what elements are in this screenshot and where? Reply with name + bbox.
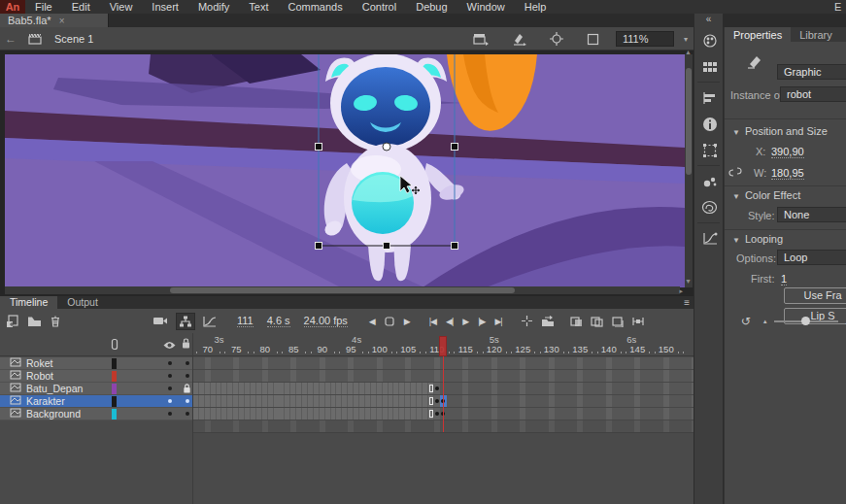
tab-timeline[interactable]: Timeline bbox=[0, 296, 57, 309]
menu-modify[interactable]: Modify bbox=[188, 0, 239, 14]
section-color-effect[interactable]: ▼Color Effect bbox=[732, 189, 800, 201]
layer-lock-toggle[interactable] bbox=[186, 412, 189, 416]
frame-span[interactable] bbox=[193, 408, 434, 420]
info-panel-icon[interactable] bbox=[694, 111, 725, 137]
layer-lock-toggle[interactable] bbox=[186, 374, 189, 378]
scene-breadcrumb[interactable]: Scene 1 bbox=[54, 33, 93, 45]
transform-panel-icon[interactable] bbox=[694, 137, 725, 163]
menu-commands[interactable]: Commands bbox=[278, 0, 352, 14]
layer-outline-color[interactable] bbox=[112, 358, 117, 369]
scroll-down-icon[interactable]: ▼ bbox=[685, 278, 692, 285]
step-back-one-frame-icon[interactable]: ◀ bbox=[369, 317, 375, 326]
menu-help[interactable]: Help bbox=[515, 0, 557, 14]
layer-row-background[interactable]: Background bbox=[0, 408, 192, 420]
menu-edit[interactable]: Edit bbox=[62, 0, 100, 14]
layer-lock-toggle[interactable] bbox=[186, 399, 189, 403]
close-tab-icon[interactable]: × bbox=[59, 16, 65, 26]
collapse-panels-icon[interactable]: « bbox=[694, 14, 723, 27]
layer-visibility-toggle[interactable] bbox=[168, 361, 172, 365]
add-camera-icon[interactable] bbox=[152, 316, 168, 326]
horizontal-scrollbar-thumb[interactable] bbox=[170, 287, 515, 293]
layer-outline-color[interactable] bbox=[112, 396, 117, 407]
scroll-up-icon[interactable]: ▲ bbox=[685, 50, 692, 55]
vertical-scrollbar[interactable] bbox=[685, 54, 693, 287]
first-frame-value[interactable]: 1 bbox=[781, 273, 787, 286]
loop-playback-icon[interactable] bbox=[541, 316, 555, 327]
step-back-icon[interactable]: ◀| bbox=[446, 317, 453, 326]
swatches-panel-icon[interactable] bbox=[694, 53, 725, 80]
go-to-first-frame-icon[interactable]: |◀ bbox=[429, 317, 436, 326]
layer-row-batu_depan[interactable]: Batu_Depan bbox=[0, 383, 192, 395]
brush-library-panel-icon[interactable] bbox=[694, 168, 725, 194]
w-value[interactable]: 180,95 bbox=[771, 167, 804, 180]
link-width-height-icon[interactable] bbox=[728, 166, 742, 180]
symbol-type-dropdown[interactable]: Graphic bbox=[777, 64, 846, 80]
lock-column-icon[interactable] bbox=[182, 338, 190, 351]
layer-outline-color[interactable] bbox=[112, 384, 117, 394]
tab-properties[interactable]: Properties bbox=[725, 27, 791, 42]
frames-area[interactable]: 3s4s5s6s70758085909510010511011512012513… bbox=[192, 333, 694, 504]
section-looping[interactable]: ▼Looping bbox=[732, 233, 783, 245]
color-panel-icon[interactable] bbox=[694, 27, 725, 53]
back-icon[interactable]: ← bbox=[0, 32, 21, 46]
visibility-column-icon[interactable] bbox=[163, 340, 176, 352]
instance-name-field[interactable]: robot bbox=[780, 86, 846, 102]
new-folder-icon[interactable] bbox=[27, 316, 42, 327]
stage-canvas[interactable] bbox=[5, 54, 685, 287]
layer-lock-toggle[interactable] bbox=[183, 384, 191, 395]
tab-library[interactable]: Library bbox=[791, 27, 841, 42]
layer-row-roket[interactable]: Roket bbox=[0, 357, 192, 370]
align-panel-icon[interactable] bbox=[694, 84, 725, 111]
frame-span[interactable] bbox=[193, 383, 434, 394]
layer-row-karakter[interactable]: Karakter bbox=[0, 395, 192, 408]
use-frame-picker-button[interactable]: Use Fra bbox=[784, 287, 846, 304]
timeline-panel-menu-icon[interactable]: ≡ bbox=[684, 296, 690, 309]
center-stage-icon[interactable] bbox=[550, 32, 563, 46]
step-forward-one-frame-icon[interactable]: ▶ bbox=[404, 317, 410, 326]
layer-lock-toggle[interactable] bbox=[186, 361, 189, 365]
edit-multiple-frames-icon[interactable] bbox=[611, 316, 624, 327]
edit-scene-icon[interactable] bbox=[473, 33, 489, 46]
step-forward-icon[interactable]: |▶ bbox=[478, 317, 485, 326]
layer-visibility-toggle[interactable] bbox=[168, 412, 172, 416]
timeline-zoom-knob[interactable] bbox=[801, 317, 810, 325]
layer-visibility-toggle[interactable] bbox=[168, 386, 172, 390]
zoom-out-frames-icon[interactable]: ▲ bbox=[762, 319, 768, 324]
menu-file[interactable]: File bbox=[25, 0, 62, 14]
layer-visibility-toggle[interactable] bbox=[168, 374, 172, 378]
delete-layer-icon[interactable] bbox=[50, 315, 61, 327]
playhead[interactable] bbox=[439, 336, 447, 356]
style-dropdown[interactable]: None bbox=[777, 207, 846, 222]
menu-window[interactable]: Window bbox=[457, 0, 515, 14]
workspace-switcher[interactable]: E bbox=[834, 0, 846, 14]
play-icon[interactable]: ▶ bbox=[462, 317, 468, 326]
go-to-last-frame-icon[interactable]: ▶| bbox=[494, 317, 501, 326]
reset-timeline-zoom-icon[interactable]: ↺ bbox=[741, 315, 751, 328]
stage[interactable]: ▲ ▼ ▸ bbox=[0, 50, 694, 296]
document-tab[interactable]: Bab5.fla* × bbox=[0, 14, 109, 27]
show-tween-graph-icon[interactable] bbox=[203, 316, 217, 327]
tab-output[interactable]: Output bbox=[57, 296, 108, 309]
layer-outline-color[interactable] bbox=[112, 409, 117, 420]
show-parent-layers-icon[interactable] bbox=[176, 313, 195, 330]
menu-text[interactable]: Text bbox=[239, 0, 278, 14]
timeline-zoom-slider[interactable] bbox=[774, 320, 838, 322]
x-value[interactable]: 390,90 bbox=[771, 146, 804, 158]
menu-debug[interactable]: Debug bbox=[406, 0, 457, 14]
modify-markers-icon[interactable] bbox=[631, 316, 645, 327]
layer-visibility-toggle[interactable] bbox=[168, 399, 172, 403]
onion-skin-icon[interactable] bbox=[570, 316, 583, 327]
horizontal-scrollbar[interactable] bbox=[5, 286, 680, 294]
elapsed-time-value[interactable]: 4.6 s bbox=[267, 315, 290, 327]
zoom-dropdown-icon[interactable]: ▾ bbox=[684, 35, 688, 44]
current-frame-value[interactable]: 111 bbox=[237, 315, 254, 327]
loop-range-icon[interactable] bbox=[384, 316, 395, 327]
loop-options-dropdown[interactable]: Loop bbox=[777, 250, 846, 265]
center-frame-icon[interactable] bbox=[521, 315, 533, 327]
menu-control[interactable]: Control bbox=[353, 0, 406, 14]
motion-editor-panel-icon[interactable] bbox=[694, 225, 725, 252]
cc-libraries-panel-icon[interactable] bbox=[694, 194, 725, 220]
app-logo[interactable]: An bbox=[0, 0, 25, 14]
menu-insert[interactable]: Insert bbox=[142, 0, 188, 14]
clip-content-icon[interactable] bbox=[587, 33, 599, 46]
